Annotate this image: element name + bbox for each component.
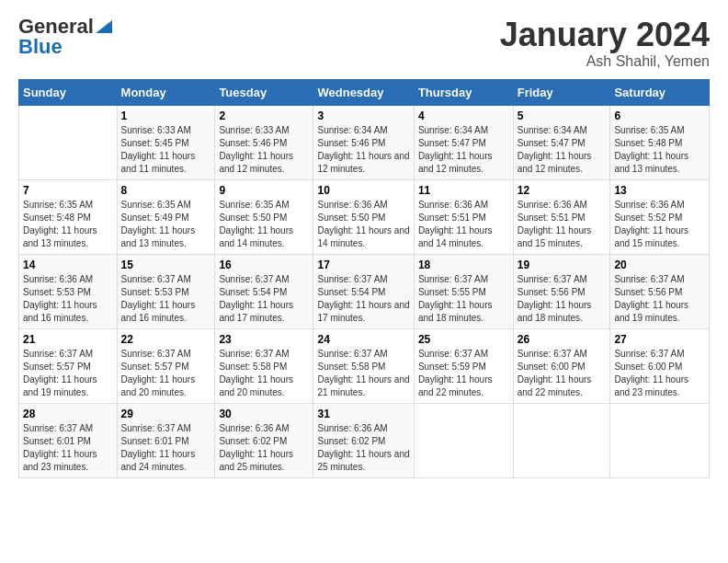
day-info: Sunrise: 6:35 AMSunset: 5:49 PMDaylight:… [121,200,196,248]
day-number: 1 [121,109,211,122]
calendar-cell: 13Sunrise: 6:36 AMSunset: 5:52 PMDayligh… [610,179,710,254]
day-number: 2 [219,109,309,122]
day-number: 28 [23,408,113,420]
day-number: 20 [614,259,705,271]
day-info: Sunrise: 6:35 AMSunset: 5:48 PMDaylight:… [614,125,688,174]
day-info: Sunrise: 6:37 AMSunset: 5:57 PMDaylight:… [23,349,97,397]
day-info: Sunrise: 6:37 AMSunset: 5:55 PMDaylight:… [418,274,493,323]
svg-marker-0 [96,20,112,33]
day-number: 30 [219,408,309,420]
calendar-cell: 22Sunrise: 6:37 AMSunset: 5:57 PMDayligh… [117,328,215,403]
calendar-cell: 31Sunrise: 6:36 AMSunset: 6:02 PMDayligh… [313,403,414,477]
calendar-cell: 12Sunrise: 6:36 AMSunset: 5:51 PMDayligh… [513,179,610,254]
week-row-4: 21Sunrise: 6:37 AMSunset: 5:57 PMDayligh… [19,328,710,403]
week-row-3: 14Sunrise: 6:36 AMSunset: 5:53 PMDayligh… [19,254,710,328]
calendar-cell [610,403,710,477]
day-info: Sunrise: 6:33 AMSunset: 5:45 PMDaylight:… [121,125,196,174]
day-number: 19 [518,259,607,271]
day-number: 22 [121,333,211,346]
logo: General Blue [18,17,112,57]
calendar-cell: 26Sunrise: 6:37 AMSunset: 6:00 PMDayligh… [513,328,610,403]
day-number: 11 [418,184,509,197]
day-number: 5 [518,109,607,122]
day-info: Sunrise: 6:37 AMSunset: 5:54 PMDaylight:… [219,274,293,323]
day-number: 4 [418,109,509,122]
day-info: Sunrise: 6:37 AMSunset: 6:00 PMDaylight:… [614,349,688,397]
calendar-cell: 10Sunrise: 6:36 AMSunset: 5:50 PMDayligh… [313,179,414,254]
page-title: January 2024 [500,17,710,53]
day-info: Sunrise: 6:37 AMSunset: 6:00 PMDaylight:… [518,349,592,397]
calendar-cell: 11Sunrise: 6:36 AMSunset: 5:51 PMDayligh… [414,179,513,254]
day-info: Sunrise: 6:34 AMSunset: 5:46 PMDaylight:… [317,125,409,174]
day-number: 29 [121,408,211,420]
logo-icon [96,17,112,33]
day-info: Sunrise: 6:37 AMSunset: 5:57 PMDaylight:… [121,349,196,397]
day-number: 13 [614,184,705,197]
col-sunday: Sunday [19,79,118,105]
week-row-1: 1Sunrise: 6:33 AMSunset: 5:45 PMDaylight… [19,105,710,179]
day-number: 16 [219,259,309,271]
col-thursday: Thursday [414,79,513,105]
day-number: 15 [121,259,211,271]
header-row: Sunday Monday Tuesday Wednesday Thursday… [19,79,710,105]
day-info: Sunrise: 6:36 AMSunset: 6:02 PMDaylight:… [219,423,293,472]
day-number: 8 [121,184,211,197]
calendar-cell: 8Sunrise: 6:35 AMSunset: 5:49 PMDaylight… [117,179,215,254]
day-info: Sunrise: 6:37 AMSunset: 5:59 PMDaylight:… [418,349,493,397]
day-number: 10 [317,184,409,197]
calendar-cell: 1Sunrise: 6:33 AMSunset: 5:45 PMDaylight… [117,105,215,179]
calendar-cell: 7Sunrise: 6:35 AMSunset: 5:48 PMDaylight… [19,179,118,254]
logo-blue: Blue [18,37,63,57]
calendar-cell: 27Sunrise: 6:37 AMSunset: 6:00 PMDayligh… [610,328,710,403]
day-number: 9 [219,184,309,197]
calendar-cell: 21Sunrise: 6:37 AMSunset: 5:57 PMDayligh… [19,328,118,403]
calendar-cell: 9Sunrise: 6:35 AMSunset: 5:50 PMDaylight… [215,179,313,254]
calendar-cell: 2Sunrise: 6:33 AMSunset: 5:46 PMDaylight… [215,105,313,179]
day-info: Sunrise: 6:37 AMSunset: 5:58 PMDaylight:… [317,349,409,397]
day-number: 17 [317,259,409,271]
calendar-cell: 30Sunrise: 6:36 AMSunset: 6:02 PMDayligh… [215,403,313,477]
calendar-cell: 19Sunrise: 6:37 AMSunset: 5:56 PMDayligh… [513,254,610,328]
day-number: 23 [219,333,309,346]
day-info: Sunrise: 6:37 AMSunset: 6:01 PMDaylight:… [121,423,196,472]
calendar-cell: 29Sunrise: 6:37 AMSunset: 6:01 PMDayligh… [117,403,215,477]
day-number: 18 [418,259,509,271]
day-number: 12 [518,184,607,197]
col-wednesday: Wednesday [313,79,414,105]
col-friday: Friday [513,79,610,105]
day-info: Sunrise: 6:37 AMSunset: 5:56 PMDaylight:… [614,274,688,323]
day-info: Sunrise: 6:36 AMSunset: 5:51 PMDaylight:… [418,200,493,248]
day-info: Sunrise: 6:33 AMSunset: 5:46 PMDaylight:… [219,125,293,174]
calendar-cell: 5Sunrise: 6:34 AMSunset: 5:47 PMDaylight… [513,105,610,179]
day-info: Sunrise: 6:36 AMSunset: 5:52 PMDaylight:… [614,200,688,248]
calendar-cell: 6Sunrise: 6:35 AMSunset: 5:48 PMDaylight… [610,105,710,179]
day-info: Sunrise: 6:37 AMSunset: 6:01 PMDaylight:… [23,423,97,472]
day-number: 31 [317,408,409,420]
day-info: Sunrise: 6:34 AMSunset: 5:47 PMDaylight:… [418,125,493,174]
day-number: 3 [317,109,409,122]
calendar-cell: 3Sunrise: 6:34 AMSunset: 5:46 PMDaylight… [313,105,414,179]
week-row-2: 7Sunrise: 6:35 AMSunset: 5:48 PMDaylight… [19,179,710,254]
calendar-cell [19,105,118,179]
col-monday: Monday [117,79,215,105]
day-info: Sunrise: 6:36 AMSunset: 6:02 PMDaylight:… [317,423,409,472]
col-tuesday: Tuesday [215,79,313,105]
day-number: 26 [518,333,607,346]
calendar-cell: 14Sunrise: 6:36 AMSunset: 5:53 PMDayligh… [19,254,118,328]
day-number: 7 [23,184,113,197]
col-saturday: Saturday [610,79,710,105]
calendar-cell: 15Sunrise: 6:37 AMSunset: 5:53 PMDayligh… [117,254,215,328]
day-number: 25 [418,333,509,346]
page: General Blue January 2024 Ash Shahil, Ye… [0,0,728,488]
calendar-cell: 20Sunrise: 6:37 AMSunset: 5:56 PMDayligh… [610,254,710,328]
calendar-cell: 28Sunrise: 6:37 AMSunset: 6:01 PMDayligh… [19,403,118,477]
calendar-cell: 18Sunrise: 6:37 AMSunset: 5:55 PMDayligh… [414,254,513,328]
calendar-cell: 25Sunrise: 6:37 AMSunset: 5:59 PMDayligh… [414,328,513,403]
calendar-cell: 4Sunrise: 6:34 AMSunset: 5:47 PMDaylight… [414,105,513,179]
day-number: 21 [23,333,113,346]
day-info: Sunrise: 6:36 AMSunset: 5:51 PMDaylight:… [518,200,592,248]
day-number: 14 [23,259,113,271]
header: General Blue January 2024 Ash Shahil, Ye… [18,17,710,70]
calendar-cell [513,403,610,477]
day-number: 6 [614,109,705,122]
